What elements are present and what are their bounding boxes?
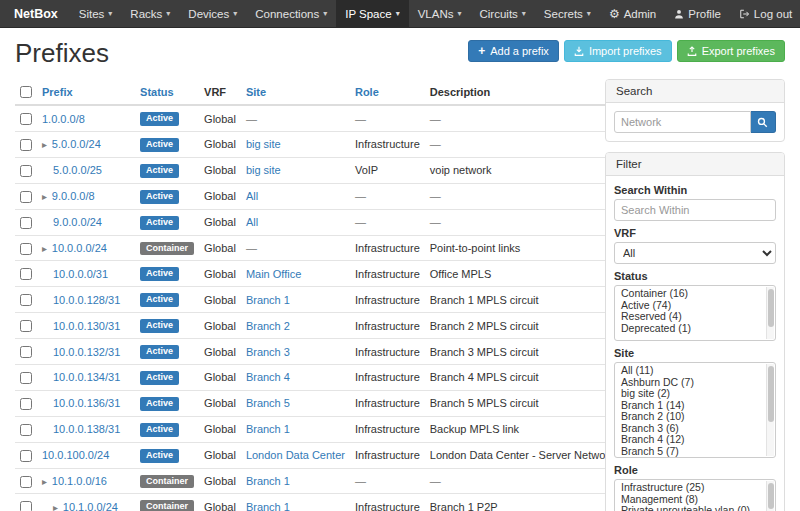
site-link[interactable]: Branch 1 (246, 501, 290, 511)
export-prefixes-button[interactable]: Export prefixes (677, 40, 785, 62)
listbox-option[interactable]: COLO-1-24 (4) (615, 457, 765, 458)
empty-dash: — (430, 475, 441, 487)
listbox-option[interactable]: Deprecated (1) (615, 323, 765, 335)
row-checkbox[interactable] (20, 191, 32, 203)
row-checkbox[interactable] (20, 217, 32, 229)
row-checkbox[interactable] (20, 268, 32, 280)
site-link[interactable]: Branch 3 (246, 346, 290, 358)
listbox-option[interactable]: All (11) (615, 365, 765, 377)
column-header-role[interactable]: Role (350, 79, 425, 105)
select-all-checkbox[interactable] (20, 86, 32, 98)
listbox-option[interactable]: Container (16) (615, 288, 765, 300)
scrollbar-thumb[interactable] (768, 289, 774, 327)
site-link[interactable]: Branch 1 (246, 294, 290, 306)
prefix-link[interactable]: 9.0.0.0/8 (52, 190, 95, 202)
add-prefix-button[interactable]: + Add a prefix (468, 40, 559, 62)
import-prefixes-button[interactable]: Import prefixes (564, 40, 672, 62)
vrf-cell: Global (199, 468, 241, 494)
nav-item-secrets[interactable]: Secrets▾ (535, 0, 600, 27)
row-checkbox[interactable] (20, 320, 32, 332)
nav-item-racks[interactable]: Racks▾ (121, 0, 179, 27)
listbox-option[interactable]: Branch 4 (12) (615, 434, 765, 446)
status-badge: Active (140, 371, 179, 385)
empty-dash: — (355, 190, 366, 202)
listbox-option[interactable]: Branch 2 (10) (615, 411, 765, 423)
role-filter-listbox[interactable]: Infrastructure (25)Management (8)Private… (614, 479, 776, 511)
site-link[interactable]: London Data Center (246, 449, 345, 461)
search-input[interactable] (614, 111, 751, 133)
site-link[interactable]: Branch 1 (246, 475, 290, 487)
column-header-vrf: VRF (199, 79, 241, 105)
listbox-option[interactable]: Infrastructure (25) (615, 482, 765, 494)
nav-item-circuits[interactable]: Circuits▾ (471, 0, 535, 27)
site-link[interactable]: Branch 5 (246, 397, 290, 409)
scrollbar[interactable] (766, 364, 774, 456)
site-link[interactable]: All (246, 190, 258, 202)
vrf-select[interactable]: All (614, 242, 776, 264)
role-cell: Infrastructure (350, 416, 425, 442)
site-link[interactable]: Branch 1 (246, 423, 290, 435)
row-checkbox[interactable] (20, 243, 32, 255)
nav-item-vlans[interactable]: VLANs▾ (409, 0, 471, 27)
row-checkbox[interactable] (20, 113, 32, 125)
prefix-link[interactable]: 9.0.0.0/24 (53, 216, 102, 228)
site-link[interactable]: Branch 4 (246, 371, 290, 383)
site-link[interactable]: All (246, 216, 258, 228)
site-link[interactable]: Branch 2 (246, 320, 290, 332)
scrollbar[interactable] (766, 287, 774, 339)
search-within-input[interactable] (614, 199, 776, 221)
row-checkbox[interactable] (20, 424, 32, 436)
vrf-cell: Global (199, 131, 241, 157)
chevron-down-icon: ▾ (166, 9, 170, 18)
scrollbar-thumb[interactable] (768, 366, 774, 422)
row-checkbox[interactable] (20, 398, 32, 410)
nav-item-profile[interactable]: Profile (665, 0, 730, 27)
row-checkbox[interactable] (20, 501, 32, 511)
prefix-link[interactable]: 10.1.0.0/16 (52, 475, 107, 487)
status-filter-listbox[interactable]: Container (16)Active (74)Reserved (4)Dep… (614, 285, 776, 341)
prefix-link[interactable]: 5.0.0.0/25 (53, 164, 102, 176)
role-cell: Infrastructure (350, 261, 425, 287)
nav-item-ip-space[interactable]: IP Space▾ (336, 0, 408, 27)
row-checkbox[interactable] (20, 476, 32, 488)
prefix-link[interactable]: 5.0.0.0/24 (52, 138, 101, 150)
listbox-option[interactable]: big site (2) (615, 388, 765, 400)
site-link[interactable]: big site (246, 164, 281, 176)
nav-item-admin[interactable]: ⚙Admin (600, 0, 665, 27)
prefix-link[interactable]: 10.1.0.0/24 (63, 501, 118, 511)
prefix-link[interactable]: 1.0.0.0/8 (42, 113, 85, 125)
prefix-link[interactable]: 10.0.100.0/24 (42, 449, 109, 461)
nav-item-sites[interactable]: Sites▾ (70, 0, 122, 27)
column-header-prefix[interactable]: Prefix (37, 79, 135, 105)
site-link[interactable]: Main Office (246, 268, 301, 280)
row-checkbox[interactable] (20, 372, 32, 384)
scrollbar-thumb[interactable] (768, 483, 774, 509)
prefix-link[interactable]: 10.0.0.134/31 (53, 371, 120, 383)
row-checkbox[interactable] (20, 346, 32, 358)
site-cell: Branch 1 (241, 416, 350, 442)
nav-item-devices[interactable]: Devices▾ (179, 0, 246, 27)
scrollbar[interactable] (766, 481, 774, 511)
prefix-link[interactable]: 10.0.0.128/31 (53, 294, 120, 306)
listbox-option[interactable]: Private unrouteable vlan (0) (615, 505, 765, 511)
prefix-link[interactable]: 10.0.0.138/31 (53, 423, 120, 435)
prefix-link[interactable]: 10.0.0.132/31 (53, 346, 120, 358)
listbox-option[interactable]: Reserved (4) (615, 311, 765, 323)
prefix-link[interactable]: 10.0.0.130/31 (53, 320, 120, 332)
row-checkbox[interactable] (20, 165, 32, 177)
row-checkbox[interactable] (20, 139, 32, 151)
site-filter-listbox[interactable]: All (11)Ashburn DC (7)big site (2)Branch… (614, 362, 776, 458)
column-header-site[interactable]: Site (241, 79, 350, 105)
role-cell: — (350, 468, 425, 494)
column-header-status[interactable]: Status (135, 79, 199, 105)
row-checkbox[interactable] (20, 450, 32, 462)
prefix-link[interactable]: 10.0.0.0/24 (52, 242, 107, 254)
prefix-link[interactable]: 10.0.0.0/31 (53, 268, 108, 280)
app-brand[interactable]: NetBox (8, 0, 70, 27)
nav-item-log-out[interactable]: Log out (730, 0, 800, 27)
search-button[interactable] (751, 111, 776, 133)
nav-item-connections[interactable]: Connections▾ (246, 0, 336, 27)
site-link[interactable]: big site (246, 138, 281, 150)
row-checkbox[interactable] (20, 294, 32, 306)
prefix-link[interactable]: 10.0.0.136/31 (53, 397, 120, 409)
